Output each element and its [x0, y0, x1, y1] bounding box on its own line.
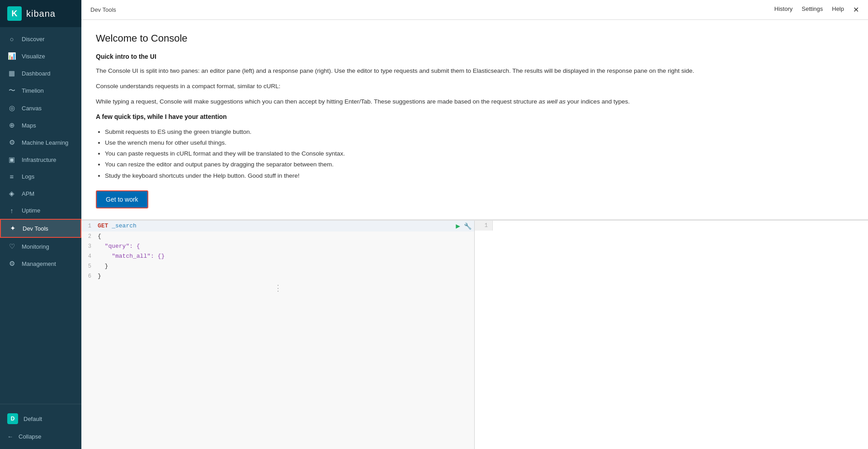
sidebar-item-dashboard[interactable]: ▦ Dashboard — [0, 65, 81, 82]
sidebar-item-machine-learning[interactable]: ⚙ Machine Learning — [0, 134, 81, 151]
apm-icon: ◈ — [7, 189, 16, 198]
code-line-2: 2 { — [81, 232, 474, 241]
topbar-title: Dev Tools — [90, 6, 116, 13]
tip-item: Submit requests to ES using the green tr… — [105, 127, 854, 137]
sidebar-navigation: ○ Discover 📊 Visualize ▦ Dashboard 〜 Tim… — [0, 27, 81, 404]
line-content: { — [96, 232, 474, 241]
welcome-panel: Welcome to Console Quick intro to the UI… — [81, 20, 868, 220]
sidebar-collapse[interactable]: ← Collapse — [0, 429, 81, 444]
sidebar-item-label-dev-tools: Dev Tools — [23, 225, 48, 232]
sidebar-item-label-infrastructure: Infrastructure — [22, 156, 57, 163]
sidebar-logo[interactable]: K kibana — [0, 0, 81, 27]
sidebar-item-maps[interactable]: ⊕ Maps — [0, 117, 81, 134]
sidebar-item-logs[interactable]: ≡ Logs — [0, 168, 81, 185]
sidebar-item-label-monitoring: Monitoring — [22, 243, 49, 250]
sidebar-item-label-dashboard: Dashboard — [22, 70, 51, 77]
visualize-icon: 📊 — [7, 52, 16, 60]
tips-heading: A few quick tips, while I have your atte… — [96, 112, 854, 122]
editor-toolbar: ▶ 🔧 — [453, 221, 474, 232]
kibana-logo-text: kibana — [26, 9, 56, 19]
line-content: "match_all": {} — [96, 251, 474, 261]
sidebar-item-label-timelion: Timelion — [22, 87, 44, 94]
sidebar-item-visualize[interactable]: 📊 Visualize — [0, 47, 81, 65]
help-button[interactable]: Help — [832, 5, 844, 14]
sidebar-item-monitoring[interactable]: ♡ Monitoring — [0, 238, 81, 255]
drag-handle[interactable]: ⋮ — [81, 281, 474, 295]
paragraph3-pre: While typing a request, Console will mak… — [96, 98, 539, 105]
line-content: } — [96, 261, 474, 271]
main-content: Dev Tools History Settings Help ✕ Welcom… — [81, 0, 868, 449]
line-number: 6 — [81, 271, 96, 281]
tip-item: Use the wrench menu for other useful thi… — [105, 137, 854, 148]
kibana-logo-icon: K — [7, 6, 22, 21]
code-line-5: 5 } — [81, 261, 474, 271]
welcome-paragraph2: Console understands requests in a compac… — [96, 81, 854, 91]
tips-list: Submit requests to ES using the green tr… — [96, 127, 854, 181]
machine-learning-icon: ⚙ — [7, 138, 16, 147]
logs-icon: ≡ — [7, 173, 16, 180]
sidebar-item-label-management: Management — [22, 260, 56, 267]
play-button[interactable]: ▶ — [456, 222, 460, 231]
collapse-icon: ← — [7, 433, 13, 440]
canvas-icon: ◎ — [7, 104, 16, 112]
sidebar-user-default[interactable]: D Default — [0, 409, 81, 429]
sidebar-item-canvas[interactable]: ◎ Canvas — [0, 99, 81, 117]
sidebar-item-discover[interactable]: ○ Discover — [0, 31, 81, 47]
line-number: 5 — [81, 261, 96, 271]
sidebar-item-dev-tools[interactable]: ✦ Dev Tools — [0, 219, 81, 238]
quick-intro-heading: Quick intro to the UI — [96, 52, 854, 61]
line-content: GET _search — [96, 221, 453, 231]
sidebar-item-infrastructure[interactable]: ▣ Infrastructure — [0, 151, 81, 168]
line-content: "query": { — [96, 241, 474, 251]
topbar-actions: History Settings Help ✕ — [774, 5, 859, 14]
line-number: 4 — [81, 251, 96, 261]
sidebar-item-label-discover: Discover — [22, 36, 45, 43]
welcome-title: Welcome to Console — [96, 33, 854, 44]
history-button[interactable]: History — [774, 5, 793, 14]
sidebar-item-timelion[interactable]: 〜 Timelion — [0, 82, 81, 99]
editor-area: 1 GET _search ▶ 🔧 2 { 3 "query": { 4 "ma… — [81, 221, 868, 449]
editor-lines: 1 GET _search ▶ 🔧 2 { 3 "query": { 4 "ma… — [81, 221, 474, 281]
user-label: Default — [24, 416, 42, 422]
paragraph3-post: your indices and types. — [566, 98, 630, 105]
sidebar-bottom: D Default ← Collapse — [0, 404, 81, 449]
welcome-paragraph1: The Console UI is split into two panes: … — [96, 66, 854, 76]
maps-icon: ⊕ — [7, 121, 16, 129]
line-content: } — [96, 271, 474, 281]
line-number: 1 — [81, 221, 96, 231]
timelion-icon: 〜 — [7, 86, 16, 95]
response-pane[interactable]: 1 — [475, 221, 868, 449]
code-line-6: 6 } — [81, 271, 474, 281]
tip-item: You can resize the editor and output pan… — [105, 159, 854, 170]
sidebar-item-label-canvas: Canvas — [22, 105, 42, 112]
response-line-1: 1 — [475, 221, 868, 231]
content-area: Welcome to Console Quick intro to the UI… — [81, 20, 868, 449]
dashboard-icon: ▦ — [7, 69, 16, 77]
tip-item: You can paste requests in cURL format an… — [105, 148, 854, 159]
paragraph3-italic: as well as — [539, 98, 566, 105]
settings-button[interactable]: Settings — [802, 5, 823, 14]
sidebar-item-management[interactable]: ⚙ Management — [0, 255, 81, 272]
editor-pane[interactable]: 1 GET _search ▶ 🔧 2 { 3 "query": { 4 "ma… — [81, 221, 475, 449]
welcome-paragraph3: While typing a request, Console will mak… — [96, 97, 854, 107]
dev-tools-icon: ✦ — [8, 224, 17, 232]
user-badge: D — [7, 413, 18, 424]
sidebar-item-apm[interactable]: ◈ APM — [0, 185, 81, 202]
get-to-work-button[interactable]: Get to work — [96, 190, 148, 208]
line-number: 2 — [81, 232, 96, 241]
sidebar-item-uptime[interactable]: ↑ Uptime — [0, 202, 81, 219]
wrench-button[interactable]: 🔧 — [464, 222, 472, 230]
management-icon: ⚙ — [7, 260, 16, 268]
close-icon[interactable]: ✕ — [853, 5, 859, 14]
collapse-label: Collapse — [19, 433, 42, 440]
sidebar-item-label-visualize: Visualize — [22, 53, 45, 60]
topbar: Dev Tools History Settings Help ✕ — [81, 0, 868, 20]
sidebar-item-label-machine-learning: Machine Learning — [22, 139, 68, 146]
line-number: 3 — [81, 241, 96, 251]
monitoring-icon: ♡ — [7, 242, 16, 250]
infrastructure-icon: ▣ — [7, 156, 16, 164]
tip-item: Study the keyboard shortcuts under the H… — [105, 170, 854, 181]
code-line-3: 3 "query": { — [81, 241, 474, 251]
discover-icon: ○ — [7, 35, 16, 43]
code-line-4: 4 "match_all": {} — [81, 251, 474, 261]
